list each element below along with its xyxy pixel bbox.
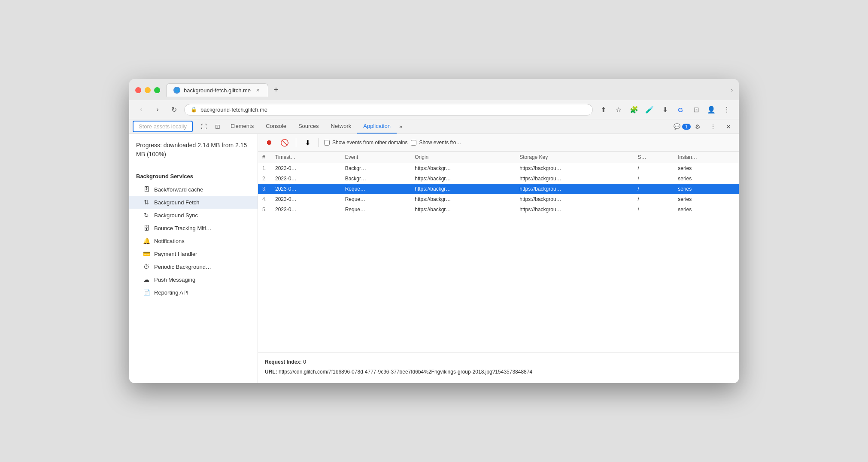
document-icon: 📄 [143,289,150,296]
bookmark-icon[interactable]: ☆ [613,103,625,116]
sidebar-item-periodic-background[interactable]: ⏱ Periodic Background… [129,260,258,273]
bell-icon: 🔔 [143,237,150,244]
menu-icon[interactable]: ⋮ [721,103,733,116]
extensions-icon[interactable]: 🧩 [628,103,640,116]
table-cell-4: https://backgrou… [515,194,633,204]
table-cell-1: 2023-0… [271,163,341,174]
url-value: https://cdn.glitch.com/7f1b6896-078d-477… [279,369,532,375]
close-window-button[interactable] [135,87,141,93]
sidebar-item-bounce-tracking[interactable]: 🗄 Bounce Tracking Miti… [129,222,258,234]
tab-application[interactable]: Application [357,119,397,134]
sidebar-label-background-fetch: Background Fetch [154,199,200,206]
browser-tab[interactable]: 🌐 background-fetch.glitch.me ✕ [166,83,268,97]
table-cell-2: Reque… [341,184,411,194]
tab-sources[interactable]: Sources [292,119,325,134]
sidebar-item-notifications[interactable]: 🔔 Notifications [129,234,258,247]
sidebar-item-background-sync[interactable]: ↻ Background Sync [129,209,258,222]
maximize-window-button[interactable] [154,87,160,93]
messages-button[interactable]: 💬 1 [675,120,689,134]
device-toolbar-icon[interactable]: ⊡ [211,120,225,134]
settings-icon[interactable]: ⚙ [691,120,704,134]
clear-button[interactable]: 🚫 [279,137,291,149]
main-content: Progress: downloaded 2.14 MB from 2.15 M… [129,134,739,383]
table-cell-3: https://backgr… [410,194,515,204]
url-text: background-fetch.glitch.me [200,106,267,113]
new-tab-button[interactable]: + [270,84,282,96]
col-num: # [258,152,271,163]
page-progress-text: Progress: downloaded 2.14 MB from 2.15 M… [136,141,251,159]
cloud-icon: ☁ [143,276,150,283]
google-icon[interactable]: G [674,103,686,116]
table-cell-6: series [674,194,739,204]
profile-icon[interactable]: 👤 [705,103,717,116]
sidebar-item-reporting-api[interactable]: 📄 Reporting API [129,286,258,299]
table-row[interactable]: 4.2023-0…Reque…https://backgr…https://ba… [258,194,739,204]
table-cell-5: / [633,173,674,184]
record-button[interactable]: ⏺ [263,137,275,149]
devtools-tabs-bar: Store assets locally ⛶ ⊡ Elements Consol… [129,119,739,134]
toolbar-divider2 [319,138,319,147]
sidebar-item-background-fetch[interactable]: ⇅ Background Fetch [129,196,258,209]
tabs-row: 🌐 background-fetch.glitch.me ✕ + › [166,83,733,97]
table-cell-3: https://backgr… [410,163,515,174]
tab-console[interactable]: Console [260,119,292,134]
show-other-domains-checkbox[interactable] [324,140,330,146]
back-button[interactable]: ‹ [135,103,147,116]
request-index-row: Request Index: 0 [265,358,732,366]
table-cell-0: 4. [258,194,271,204]
table-cell-3: https://backgr… [410,184,515,194]
experiment-icon[interactable]: 🧪 [643,103,656,116]
sidebar-item-push-messaging[interactable]: ☁ Push Messaging [129,273,258,286]
sidebar-label-push-messaging: Push Messaging [154,277,195,283]
tab-title: background-fetch.glitch.me [184,87,251,94]
reload-button[interactable]: ↻ [168,103,180,116]
sidebar-label-background-sync: Background Sync [154,212,198,219]
table-cell-0: 3. [258,184,271,194]
browser-toolbar-icons: ⬆ ☆ 🧩 🧪 ⬇ G ⊡ 👤 ⋮ [597,103,733,116]
table-cell-4: https://backgrou… [515,173,633,184]
forward-button[interactable]: › [152,103,164,116]
table-row[interactable]: 1.2023-0…Backgr…https://backgr…https://b… [258,163,739,174]
table-cell-1: 2023-0… [271,194,341,204]
devtools-menu-icon[interactable]: ⋮ [706,120,720,134]
sidebar-section-header: Background Services [129,170,258,183]
lock-icon: 🔒 [191,106,197,112]
sidebar-item-back-forward-cache[interactable]: 🗄 Back/forward cache [129,183,258,196]
tab-network[interactable]: Network [325,119,358,134]
tab-close-button[interactable]: ✕ [254,87,261,94]
download-events-button[interactable]: ⬇ [301,137,313,149]
request-index-value: 0 [303,359,306,365]
sidebar-item-payment-handler[interactable]: 💳 Payment Handler [129,247,258,260]
table-cell-0: 5. [258,204,271,215]
table-cell-5: / [633,194,674,204]
table-cell-5: / [633,163,674,174]
download-icon[interactable]: ⬇ [659,103,671,116]
traffic-lights [135,87,160,93]
sidebar-label-back-forward-cache: Back/forward cache [154,186,203,193]
table-cell-5: / [633,204,674,215]
store-assets-button[interactable]: Store assets locally [133,121,193,132]
table-row[interactable]: 5.2023-0…Reque…https://backgr…https://ba… [258,204,739,215]
show-other-domains-checkbox-label[interactable]: Show events from other domains [324,140,407,146]
share-icon[interactable]: ⬆ [597,103,609,116]
show-other-domains-label: Show events from other domains [332,140,407,146]
show-events-checkbox[interactable] [411,140,416,146]
sidebar: Background Services 🗄 Back/forward cache… [129,166,258,302]
table-cell-6: series [674,184,739,194]
col-origin: Origin [410,152,515,163]
table-cell-1: 2023-0… [271,173,341,184]
tab-elements[interactable]: Elements [225,119,260,134]
split-view-icon[interactable]: ⊡ [690,103,702,116]
minimize-window-button[interactable] [145,87,151,93]
card-icon: 💳 [143,250,150,257]
devtools-close-icon[interactable]: ✕ [722,120,735,134]
tabs-chevron-icon[interactable]: › [731,87,733,93]
table-row[interactable]: 2.2023-0…Backgr…https://backgr…https://b… [258,173,739,184]
address-bar[interactable]: 🔒 background-fetch.glitch.me [184,104,593,116]
table-cell-3: https://backgr… [410,204,515,215]
show-events-checkbox-label[interactable]: Show events fro… [411,140,461,146]
more-tabs-button[interactable]: » [397,120,405,133]
inspect-element-icon[interactable]: ⛶ [197,120,211,134]
table-cell-1: 2023-0… [271,204,341,215]
table-row[interactable]: 3.2023-0…Reque…https://backgr…https://ba… [258,184,739,194]
